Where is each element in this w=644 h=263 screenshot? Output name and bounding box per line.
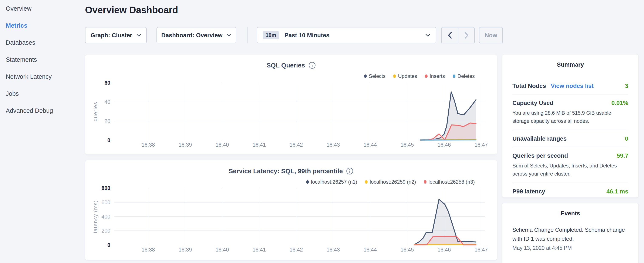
event-text: Schema Change Completed: Schema change w…	[512, 225, 628, 243]
svg-text:16:42: 16:42	[290, 247, 303, 252]
svg-text:16:42: 16:42	[290, 142, 303, 148]
chevron-down-icon	[136, 34, 141, 37]
events-panel: Events Schema Change Completed: Schema c…	[502, 203, 639, 263]
svg-text:16:40: 16:40	[216, 142, 229, 148]
summary-row-value: 0.01%	[612, 100, 628, 106]
svg-text:16:39: 16:39	[178, 142, 192, 148]
summary-row-label: P99 latency	[512, 188, 545, 195]
svg-text:16:40: 16:40	[216, 247, 229, 252]
svg-text:0: 0	[107, 242, 110, 248]
summary-heading: Summary	[502, 55, 638, 68]
events-list: Schema Change Completed: Schema change w…	[512, 225, 628, 251]
svg-text:600: 600	[102, 199, 110, 205]
svg-text:16:46: 16:46	[438, 142, 451, 148]
time-range-dropdown[interactable]: 10m Past 10 Minutes	[257, 27, 436, 43]
summary-row-value: 46.1 ms	[606, 188, 628, 195]
svg-text:16:41: 16:41	[252, 247, 266, 252]
svg-text:16:45: 16:45	[400, 142, 414, 148]
svg-text:800: 800	[102, 185, 110, 191]
time-next-button[interactable]	[458, 28, 474, 43]
main-content: Overview Dashboard Graph: Cluster Dashbo…	[85, 0, 644, 263]
svg-text:200: 200	[102, 228, 110, 234]
svg-text:latency (ms): latency (ms)	[92, 200, 98, 233]
event-item[interactable]: Schema Change Completed: Schema change w…	[512, 225, 628, 251]
sidebar: OverviewMetricsDatabasesStatementsNetwor…	[0, 0, 85, 263]
svg-text:16:44: 16:44	[364, 247, 377, 252]
chevron-down-icon	[227, 34, 231, 37]
summary-row-value: 0	[625, 135, 628, 142]
svg-text:16:47: 16:47	[474, 142, 488, 148]
sidebar-item-advanced-debug[interactable]: Advanced Debug	[0, 102, 85, 119]
svg-text:16:38: 16:38	[142, 142, 155, 148]
service-latency-chart[interactable]: 16:3816:3916:4016:4116:4216:4316:4416:45…	[85, 160, 497, 260]
now-button-label: Now	[484, 32, 497, 39]
svg-text:40: 40	[104, 99, 110, 105]
svg-text:16:44: 16:44	[364, 142, 377, 148]
summary-row-value: 59.7	[617, 152, 628, 159]
sidebar-item-overview[interactable]: Overview	[0, 0, 85, 17]
time-pager	[441, 27, 475, 43]
svg-text:16:38: 16:38	[142, 247, 155, 252]
graph-scope-label: Graph: Cluster	[90, 32, 132, 39]
svg-text:queries: queries	[92, 102, 98, 122]
summary-row-label: Capacity Used	[512, 100, 554, 106]
summary-row: Total NodesView nodes list3	[512, 78, 628, 95]
svg-text:16:46: 16:46	[438, 247, 451, 252]
svg-text:16:47: 16:47	[474, 247, 488, 252]
time-range-label: Past 10 Minutes	[284, 32, 330, 39]
sidebar-item-statements[interactable]: Statements	[0, 51, 85, 68]
summary-rows: Total NodesView nodes list3Capacity Used…	[512, 78, 628, 200]
summary-row: Queries per second59.7Sum of Selects, Up…	[512, 147, 628, 183]
summary-row-label: Unavailable ranges	[512, 135, 566, 142]
summary-row: P99 latency46.1 ms	[512, 183, 628, 200]
sidebar-item-databases[interactable]: Databases	[0, 34, 85, 51]
svg-text:16:39: 16:39	[178, 247, 192, 252]
sidebar-nav: OverviewMetricsDatabasesStatementsNetwor…	[0, 0, 85, 119]
chevron-right-icon	[464, 32, 468, 39]
svg-text:0: 0	[107, 137, 110, 143]
time-range-badge: 10m	[263, 31, 279, 39]
events-heading: Events	[502, 203, 638, 217]
svg-text:16:45: 16:45	[400, 247, 414, 252]
summary-row-label: Queries per second	[512, 152, 568, 159]
summary-row: Unavailable ranges0	[512, 130, 628, 147]
time-prev-button[interactable]	[442, 28, 458, 43]
view-nodes-list-link[interactable]: View nodes list	[551, 83, 594, 89]
chevron-down-icon	[425, 34, 430, 37]
summary-row-description: You are using 28.6 MiB of 515.9 GiB usab…	[512, 109, 625, 125]
summary-row: Capacity Used0.01%You are using 28.6 MiB…	[512, 95, 628, 130]
sidebar-item-network-latency[interactable]: Network Latency	[0, 68, 85, 85]
controls-divider	[247, 27, 248, 43]
chevron-left-icon	[448, 32, 452, 39]
svg-text:400: 400	[102, 214, 110, 220]
event-timestamp: May 13, 2020 at 4:45 PM	[512, 245, 628, 251]
sidebar-item-metrics[interactable]: Metrics	[0, 17, 85, 34]
sidebar-item-jobs[interactable]: Jobs	[0, 85, 85, 102]
svg-text:16:43: 16:43	[326, 142, 340, 148]
page-title: Overview Dashboard	[85, 5, 178, 15]
svg-text:60: 60	[104, 80, 110, 86]
svg-text:16:43: 16:43	[326, 247, 340, 252]
dashboard-dropdown[interactable]: Dashboard: Overview	[156, 27, 236, 43]
summary-row-value: 3	[625, 83, 628, 89]
summary-panel: Summary Total NodesView nodes list3Capac…	[502, 54, 639, 198]
graph-scope-dropdown[interactable]: Graph: Cluster	[85, 27, 147, 43]
sql-queries-chart[interactable]: 16:3816:3916:4016:4116:4216:4316:4416:45…	[85, 55, 497, 155]
svg-text:20: 20	[104, 118, 110, 124]
now-button[interactable]: Now	[479, 27, 503, 43]
dashboard-label: Dashboard: Overview	[161, 32, 222, 39]
svg-text:16:41: 16:41	[252, 142, 266, 148]
summary-row-description: Sum of Selects, Updates, Inserts, and De…	[512, 162, 625, 178]
sql-queries-chart-card: SQL Queries SelectsUpdatesInsertsDeletes…	[85, 54, 497, 155]
service-latency-chart-card: Service Latency: SQL, 99th percentile lo…	[85, 160, 497, 260]
summary-row-label: Total Nodes	[512, 83, 546, 89]
